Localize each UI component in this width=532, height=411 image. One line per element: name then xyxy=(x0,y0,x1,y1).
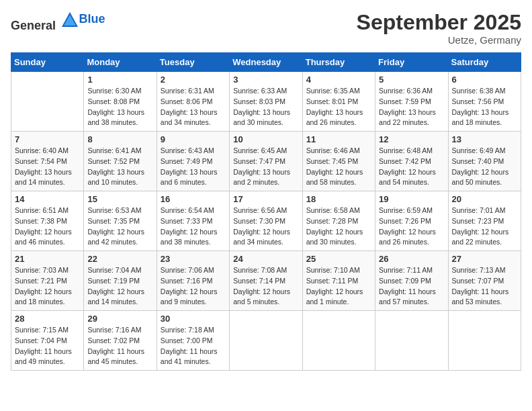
day-info: Sunrise: 6:35 AMSunset: 8:01 PMDaylight:… xyxy=(306,86,371,128)
calendar-cell: 7Sunrise: 6:40 AMSunset: 7:54 PMDaylight… xyxy=(11,132,84,191)
calendar-cell: 17Sunrise: 6:56 AMSunset: 7:30 PMDayligh… xyxy=(230,191,302,251)
day-number: 29 xyxy=(87,314,152,324)
day-number: 10 xyxy=(233,134,298,144)
day-number: 12 xyxy=(379,134,444,144)
calendar-cell: 22Sunrise: 7:04 AMSunset: 7:19 PMDayligh… xyxy=(84,251,157,311)
day-number: 26 xyxy=(379,254,444,264)
calendar-cell: 1Sunrise: 6:30 AMSunset: 8:08 PMDaylight… xyxy=(84,72,157,132)
calendar-cell xyxy=(230,311,302,371)
calendar-cell: 8Sunrise: 6:41 AMSunset: 7:52 PMDaylight… xyxy=(84,132,157,191)
day-number: 5 xyxy=(379,75,444,85)
day-info: Sunrise: 6:53 AMSunset: 7:35 PMDaylight:… xyxy=(87,205,152,248)
day-info: Sunrise: 7:18 AMSunset: 7:00 PMDaylight:… xyxy=(161,325,226,367)
day-number: 27 xyxy=(452,254,517,264)
day-info: Sunrise: 6:46 AMSunset: 7:45 PMDaylight:… xyxy=(306,146,371,188)
day-number: 16 xyxy=(161,194,226,204)
weekday-header-monday: Monday xyxy=(84,53,157,72)
calendar-cell: 13Sunrise: 6:49 AMSunset: 7:40 PMDayligh… xyxy=(448,132,521,191)
day-number: 4 xyxy=(306,75,371,85)
calendar-cell xyxy=(448,311,521,371)
calendar-cell: 11Sunrise: 6:46 AMSunset: 7:45 PMDayligh… xyxy=(302,132,375,191)
day-info: Sunrise: 7:10 AMSunset: 7:11 PMDaylight:… xyxy=(306,265,371,308)
day-info: Sunrise: 6:45 AMSunset: 7:47 PMDaylight:… xyxy=(233,146,298,188)
day-number: 15 xyxy=(87,194,152,204)
calendar-cell: 30Sunrise: 7:18 AMSunset: 7:00 PMDayligh… xyxy=(157,311,229,371)
week-row-5: 28Sunrise: 7:15 AMSunset: 7:04 PMDayligh… xyxy=(11,311,521,371)
calendar-cell: 6Sunrise: 6:38 AMSunset: 7:56 PMDaylight… xyxy=(448,72,521,132)
day-number: 21 xyxy=(15,254,80,264)
day-info: Sunrise: 6:30 AMSunset: 8:08 PMDaylight:… xyxy=(87,86,152,128)
day-info: Sunrise: 7:15 AMSunset: 7:04 PMDaylight:… xyxy=(15,325,80,367)
logo-general: General xyxy=(11,19,56,32)
calendar-cell: 26Sunrise: 7:11 AMSunset: 7:09 PMDayligh… xyxy=(375,251,448,311)
weekday-header-tuesday: Tuesday xyxy=(157,53,229,72)
day-info: Sunrise: 6:38 AMSunset: 7:56 PMDaylight:… xyxy=(452,86,517,128)
day-info: Sunrise: 6:54 AMSunset: 7:33 PMDaylight:… xyxy=(161,205,226,248)
calendar-cell: 12Sunrise: 6:48 AMSunset: 7:42 PMDayligh… xyxy=(375,132,448,191)
week-row-2: 7Sunrise: 6:40 AMSunset: 7:54 PMDaylight… xyxy=(11,132,521,191)
day-number: 30 xyxy=(161,314,226,324)
calendar-cell: 27Sunrise: 7:13 AMSunset: 7:07 PMDayligh… xyxy=(448,251,521,311)
day-number: 3 xyxy=(233,75,298,85)
calendar-cell: 18Sunrise: 6:58 AMSunset: 7:28 PMDayligh… xyxy=(302,191,375,251)
day-info: Sunrise: 6:31 AMSunset: 8:06 PMDaylight:… xyxy=(161,86,226,128)
day-info: Sunrise: 7:01 AMSunset: 7:23 PMDaylight:… xyxy=(452,205,517,248)
calendar-cell: 4Sunrise: 6:35 AMSunset: 8:01 PMDaylight… xyxy=(302,72,375,132)
calendar-cell xyxy=(11,72,84,132)
calendar-table: SundayMondayTuesdayWednesdayThursdayFrid… xyxy=(11,52,521,371)
day-number: 24 xyxy=(233,254,298,264)
calendar-cell: 24Sunrise: 7:08 AMSunset: 7:14 PMDayligh… xyxy=(230,251,302,311)
week-row-1: 1Sunrise: 6:30 AMSunset: 8:08 PMDaylight… xyxy=(11,72,521,132)
calendar-cell: 28Sunrise: 7:15 AMSunset: 7:04 PMDayligh… xyxy=(11,311,84,371)
day-number: 11 xyxy=(306,134,371,144)
calendar-cell: 23Sunrise: 7:06 AMSunset: 7:16 PMDayligh… xyxy=(157,251,229,311)
day-info: Sunrise: 6:41 AMSunset: 7:52 PMDaylight:… xyxy=(87,146,152,188)
day-info: Sunrise: 6:59 AMSunset: 7:26 PMDaylight:… xyxy=(379,205,444,248)
calendar-cell: 19Sunrise: 6:59 AMSunset: 7:26 PMDayligh… xyxy=(375,191,448,251)
day-number: 18 xyxy=(306,194,371,204)
week-row-4: 21Sunrise: 7:03 AMSunset: 7:21 PMDayligh… xyxy=(11,251,521,311)
weekday-header-wednesday: Wednesday xyxy=(230,53,302,72)
calendar-cell: 20Sunrise: 7:01 AMSunset: 7:23 PMDayligh… xyxy=(448,191,521,251)
day-info: Sunrise: 6:48 AMSunset: 7:42 PMDaylight:… xyxy=(379,146,444,188)
calendar-cell: 3Sunrise: 6:33 AMSunset: 8:03 PMDaylight… xyxy=(230,72,302,132)
title-block: September 2025 Uetze, Germany xyxy=(357,11,521,46)
day-number: 6 xyxy=(452,75,517,85)
calendar-cell: 15Sunrise: 6:53 AMSunset: 7:35 PMDayligh… xyxy=(84,191,157,251)
logo-blue: Blue xyxy=(79,12,105,26)
day-info: Sunrise: 6:56 AMSunset: 7:30 PMDaylight:… xyxy=(233,205,298,248)
day-info: Sunrise: 7:06 AMSunset: 7:16 PMDaylight:… xyxy=(161,265,226,308)
day-info: Sunrise: 7:04 AMSunset: 7:19 PMDaylight:… xyxy=(87,265,152,308)
day-number: 20 xyxy=(452,194,517,204)
day-number: 17 xyxy=(233,194,298,204)
weekday-header-saturday: Saturday xyxy=(448,53,521,72)
calendar-cell xyxy=(375,311,448,371)
day-info: Sunrise: 6:58 AMSunset: 7:28 PMDaylight:… xyxy=(306,205,371,248)
calendar-cell: 21Sunrise: 7:03 AMSunset: 7:21 PMDayligh… xyxy=(11,251,84,311)
day-info: Sunrise: 7:16 AMSunset: 7:02 PMDaylight:… xyxy=(87,325,152,367)
weekday-header-sunday: Sunday xyxy=(11,53,84,72)
day-number: 1 xyxy=(87,75,152,85)
calendar-cell: 25Sunrise: 7:10 AMSunset: 7:11 PMDayligh… xyxy=(302,251,375,311)
day-info: Sunrise: 6:40 AMSunset: 7:54 PMDaylight:… xyxy=(15,146,80,188)
day-number: 23 xyxy=(161,254,226,264)
day-info: Sunrise: 7:08 AMSunset: 7:14 PMDaylight:… xyxy=(233,265,298,308)
day-info: Sunrise: 6:33 AMSunset: 8:03 PMDaylight:… xyxy=(233,86,298,128)
calendar-cell: 14Sunrise: 6:51 AMSunset: 7:38 PMDayligh… xyxy=(11,191,84,251)
day-number: 2 xyxy=(161,75,226,85)
logo-icon xyxy=(60,11,79,30)
day-info: Sunrise: 7:03 AMSunset: 7:21 PMDaylight:… xyxy=(15,265,80,308)
month-title: September 2025 xyxy=(357,11,521,34)
day-info: Sunrise: 6:43 AMSunset: 7:49 PMDaylight:… xyxy=(161,146,226,188)
calendar-cell: 5Sunrise: 6:36 AMSunset: 7:59 PMDaylight… xyxy=(375,72,448,132)
calendar-cell: 2Sunrise: 6:31 AMSunset: 8:06 PMDaylight… xyxy=(157,72,229,132)
calendar-cell: 29Sunrise: 7:16 AMSunset: 7:02 PMDayligh… xyxy=(84,311,157,371)
day-number: 22 xyxy=(87,254,152,264)
day-info: Sunrise: 6:36 AMSunset: 7:59 PMDaylight:… xyxy=(379,86,444,128)
day-number: 7 xyxy=(15,134,80,144)
day-info: Sunrise: 6:51 AMSunset: 7:38 PMDaylight:… xyxy=(15,205,80,248)
page-header: General Blue September 2025 Uetze, Germa… xyxy=(11,11,521,46)
weekday-header-thursday: Thursday xyxy=(302,53,375,72)
logo: General Blue xyxy=(11,11,105,33)
calendar-cell: 16Sunrise: 6:54 AMSunset: 7:33 PMDayligh… xyxy=(157,191,229,251)
